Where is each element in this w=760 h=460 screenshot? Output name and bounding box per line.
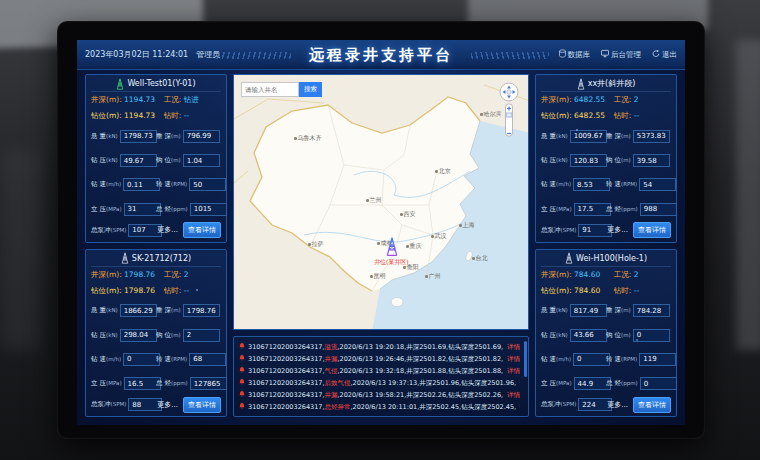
metric-label: 立 压(MPa) bbox=[91, 205, 122, 214]
drill-time-label: 钻时: bbox=[614, 286, 632, 295]
metric-value: 49.67 bbox=[120, 154, 157, 167]
search-button[interactable]: 搜索 bbox=[299, 82, 322, 97]
more-link[interactable]: 更多... bbox=[607, 400, 628, 410]
alarm-text: 310671202003264317,总烃异常,2020/6/13 20:11:… bbox=[248, 403, 516, 412]
metric-value: 1.04 bbox=[183, 154, 220, 167]
condition-label: 工况: bbox=[164, 270, 182, 279]
well-panel-header: SK-21712(712) bbox=[91, 251, 221, 267]
china-map[interactable]: 乌鲁木齐哈尔滨北京兰州西安上海武汉成都重庆拉萨贵阳昆明广州台北 bbox=[233, 74, 529, 330]
bit-position-value: 1798.76 bbox=[124, 286, 155, 295]
metric-label: 立 压(MPa) bbox=[91, 379, 122, 388]
panel-footer: 总泵冲(SPM) 88 更多... 查看详情 bbox=[91, 396, 221, 413]
panel-footer: 总泵冲(SPM) 91 更多... 查看详情 bbox=[541, 222, 671, 239]
view-detail-button[interactable]: 查看详情 bbox=[633, 222, 671, 238]
alarm-bell-icon bbox=[239, 390, 245, 400]
derrick-icon bbox=[565, 252, 573, 264]
metric-label: 总 烃(ppm) bbox=[156, 205, 188, 214]
view-detail-button[interactable]: 查看详情 bbox=[183, 397, 221, 413]
metric-value: 17.5 bbox=[574, 203, 611, 216]
more-link[interactable]: 更多... bbox=[157, 225, 178, 235]
right-well-column: xx井(斜井段) 井深(m): 6482.55 工况: 2 钻位(m): 648… bbox=[535, 74, 677, 417]
metric-label: 钻 压(kN) bbox=[91, 156, 118, 165]
alarm-detail-link[interactable]: 详情 bbox=[507, 367, 520, 376]
metric-value: 43.66 bbox=[570, 329, 607, 342]
metric-value: 1798.76 bbox=[183, 304, 220, 317]
well-site-marker[interactable] bbox=[385, 237, 399, 260]
metric-label: 垂 深(m) bbox=[156, 132, 181, 141]
metric-label: 转 速(RPM) bbox=[156, 355, 187, 364]
metric-label: 垂 深(m) bbox=[156, 306, 181, 315]
map-basemap bbox=[234, 75, 529, 330]
metric-label: 总 烃(ppm) bbox=[606, 379, 638, 388]
alarm-type: 井漏 bbox=[325, 355, 338, 363]
header-action-database[interactable]: 数据库 bbox=[559, 49, 591, 60]
alarm-bell-icon bbox=[239, 378, 245, 388]
alarm-text: 310671202003264317,井漏,2020/6/13 19:26:46… bbox=[248, 355, 503, 364]
alarm-type: 总烃异常 bbox=[325, 403, 351, 411]
well-depth-value: 784.60 bbox=[574, 270, 600, 279]
alarm-text: 310671202003264317,井漏,2020/6/13 19:58:21… bbox=[248, 391, 503, 400]
well-info-row: 钻位(m): 1194.73 钻时: -- bbox=[91, 108, 221, 124]
metric-value: 0.11 bbox=[123, 178, 160, 191]
alarm-type: 气侵 bbox=[325, 367, 338, 375]
condition-value: 钻进 bbox=[184, 95, 199, 104]
bit-position-value: 1194.73 bbox=[124, 111, 155, 120]
metric-label: 总 烃(ppm) bbox=[156, 379, 188, 388]
title-decoration-left bbox=[213, 52, 291, 59]
well-depth-value: 1798.76 bbox=[124, 270, 155, 279]
derrick-icon bbox=[577, 78, 585, 90]
metric-label: 立 压(MPa) bbox=[541, 379, 572, 388]
alarm-bell-icon bbox=[239, 366, 245, 376]
more-link[interactable]: 更多... bbox=[607, 225, 628, 235]
alarm-row: 310671202003264317,溢流,2020/6/13 19:20:18… bbox=[239, 342, 520, 352]
alarm-text: 310671202003264317,后效气侵,2020/6/13 19:37:… bbox=[248, 379, 516, 388]
metric-value: 1015 bbox=[190, 203, 227, 216]
alarm-text: 310671202003264317,气侵,2020/6/13 19:32:18… bbox=[248, 367, 503, 376]
alarm-type: 井漏 bbox=[325, 391, 338, 399]
well-panel: Well-Test01(Y-01) 井深(m): 1194.73 工况: 钻进 … bbox=[85, 74, 227, 243]
metric-value: 0 bbox=[573, 353, 610, 366]
alarm-row: 310671202003264317,气侵,2020/6/13 19:32:18… bbox=[239, 366, 520, 376]
derrick-icon bbox=[121, 252, 129, 264]
condition-value: 2 bbox=[634, 95, 639, 104]
header-action-admin[interactable]: 后台管理 bbox=[601, 49, 641, 60]
well-info-row: 井深(m): 1798.76 工况: 2 bbox=[91, 267, 221, 283]
metric-label: 钻 速(m/h) bbox=[541, 180, 571, 189]
view-detail-button[interactable]: 查看详情 bbox=[633, 397, 671, 413]
metric-value: 39.58 bbox=[633, 154, 670, 167]
alarm-scrollbar[interactable] bbox=[524, 341, 527, 377]
well-panel: xx井(斜井段) 井深(m): 6482.55 工况: 2 钻位(m): 648… bbox=[535, 74, 677, 243]
alarm-detail-link[interactable]: 详情 bbox=[519, 403, 520, 412]
well-depth-label: 井深(m): bbox=[91, 95, 122, 104]
metric-value: 2 bbox=[183, 329, 220, 342]
map-search: 搜索 bbox=[241, 82, 322, 97]
metric-label: 钻 压(kN) bbox=[541, 331, 568, 340]
metric-label: 钩 位(m) bbox=[606, 331, 631, 340]
alarm-detail-link[interactable]: 详情 bbox=[507, 343, 520, 352]
well-info-row: 钻位(m): 6482.55 钻时: -- bbox=[541, 108, 671, 124]
left-well-column: Well-Test01(Y-01) 井深(m): 1194.73 工况: 钻进 … bbox=[85, 74, 227, 417]
metric-value: 1866.29 bbox=[120, 304, 157, 317]
metric-value: 31 bbox=[124, 203, 161, 216]
well-search-input[interactable] bbox=[241, 82, 299, 97]
view-detail-button[interactable]: 查看详情 bbox=[183, 222, 221, 238]
drill-time-value: -- bbox=[184, 111, 189, 120]
logout-icon bbox=[652, 49, 660, 60]
well-info-row: 井深(m): 784.60 工况: 2 bbox=[541, 267, 671, 283]
pump-stroke-label: 总泵冲(SPM) bbox=[91, 400, 126, 409]
drill-time-label: 钻时: bbox=[164, 111, 182, 120]
zoom-slider-handle[interactable] bbox=[506, 113, 512, 117]
alarm-detail-link[interactable]: 详情 bbox=[507, 391, 520, 400]
alarm-detail-link[interactable]: 详情 bbox=[519, 379, 520, 388]
metric-value: 784.28 bbox=[633, 304, 670, 317]
drill-time-label: 钻时: bbox=[164, 286, 182, 295]
header-action-logout[interactable]: 退出 bbox=[652, 49, 677, 60]
alarm-detail-link[interactable]: 详情 bbox=[507, 355, 520, 364]
condition-label: 工况: bbox=[614, 270, 632, 279]
metric-value: 988 bbox=[640, 203, 677, 216]
condition-value: 2 bbox=[634, 270, 639, 279]
more-link[interactable]: 更多... bbox=[157, 400, 178, 410]
map-nav-control[interactable] bbox=[499, 82, 519, 142]
bit-position-label: 钻位(m): bbox=[541, 111, 572, 120]
metric-label: 转 速(RPM) bbox=[606, 355, 637, 364]
